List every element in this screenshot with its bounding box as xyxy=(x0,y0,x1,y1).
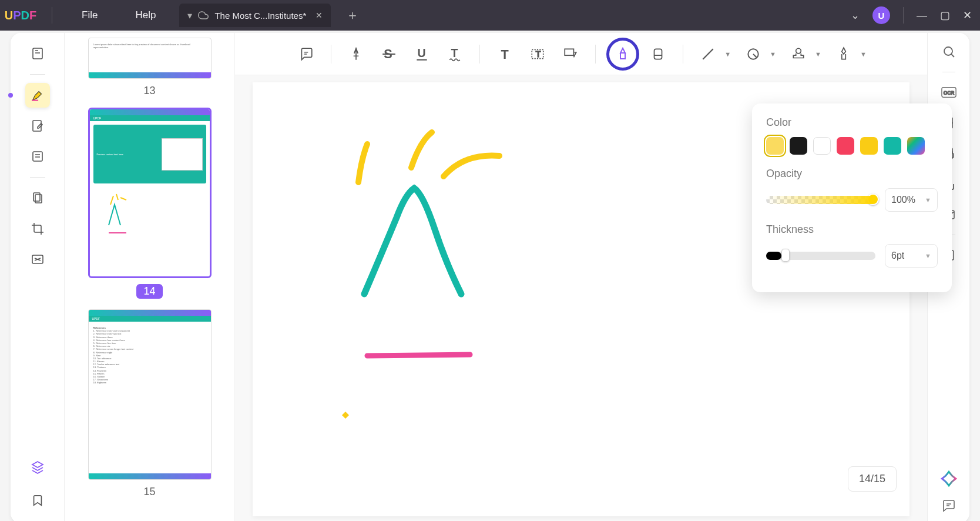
search-icon[interactable] xyxy=(938,41,959,62)
pencil-settings-popover: Color Opacity 100%▼ Thickness 6pt▼ xyxy=(752,103,952,292)
stamp-tool[interactable] xyxy=(784,40,813,68)
color-swatch-teal[interactable] xyxy=(884,137,901,155)
pencil-tool[interactable] xyxy=(606,38,639,71)
opacity-value-box[interactable]: 100%▼ xyxy=(885,188,938,212)
cloud-icon xyxy=(198,10,209,21)
svg-rect-4 xyxy=(33,193,40,201)
thumbnail-15[interactable]: UPDF References1. Reference entry one te… xyxy=(79,309,220,498)
reader-icon[interactable] xyxy=(25,41,50,66)
new-tab-button[interactable]: ＋ xyxy=(346,6,359,24)
tab-close-icon[interactable]: ✕ xyxy=(316,11,323,20)
highlighter-icon[interactable] xyxy=(25,83,50,108)
squiggly-tool[interactable]: T xyxy=(441,40,469,68)
chat-icon[interactable] xyxy=(938,495,959,516)
bookmark-icon[interactable] xyxy=(25,488,50,513)
svg-line-18 xyxy=(703,49,713,59)
user-avatar[interactable]: U xyxy=(872,6,890,24)
svg-text:T: T xyxy=(536,49,541,59)
page-counter[interactable]: 14/15 xyxy=(848,466,897,492)
menu-file[interactable]: File xyxy=(63,9,116,21)
organize-icon[interactable] xyxy=(25,186,50,211)
svg-point-22 xyxy=(944,47,952,55)
color-swatch-red[interactable] xyxy=(837,137,854,155)
titlebar: UPDF File Help ▾ The Most C...Institutes… xyxy=(0,0,980,31)
tab-title: The Most C...Institutes* xyxy=(214,11,306,21)
svg-point-20 xyxy=(796,48,801,54)
shape-tool[interactable] xyxy=(739,40,767,68)
redact-icon[interactable] xyxy=(25,247,50,272)
chevron-down-icon[interactable]: ⌄ xyxy=(851,9,860,22)
document-tab[interactable]: ▾ The Most C...Institutes* ✕ xyxy=(179,4,331,27)
thickness-value: 6pt xyxy=(891,251,904,261)
text-tool[interactable]: T xyxy=(491,40,519,68)
chevron-down-icon: ▼ xyxy=(925,196,931,203)
svg-rect-3 xyxy=(33,152,42,161)
signature-tool[interactable] xyxy=(830,40,858,68)
color-swatches xyxy=(766,137,938,155)
tab-menu-icon[interactable]: ▾ xyxy=(187,10,192,21)
color-swatch-black[interactable] xyxy=(790,137,807,155)
canvas-area: S U T T T ▼ ▼ ▼ ▼ xyxy=(235,33,927,521)
chevron-down-icon[interactable]: ▼ xyxy=(724,51,731,58)
app-logo: UPDF xyxy=(0,9,41,22)
chevron-down-icon[interactable]: ▼ xyxy=(770,51,776,58)
svg-line-21 xyxy=(367,355,470,356)
thumbnail-13[interactable]: Lorem ipsum dolor sit amet text here in … xyxy=(79,38,220,97)
svg-rect-16 xyxy=(565,49,573,55)
ai-assistant-icon[interactable] xyxy=(941,470,957,487)
line-tool[interactable] xyxy=(694,40,722,68)
ocr-icon[interactable]: OCR xyxy=(938,82,959,103)
main-area: Lorem ipsum dolor sit amet text here in … xyxy=(11,33,969,521)
thumbnail-number: 14 xyxy=(136,284,162,299)
opacity-slider[interactable] xyxy=(766,196,875,204)
thumbnail-number: 15 xyxy=(143,486,155,498)
refs-heading: References xyxy=(93,326,106,329)
window-maximize-icon[interactable]: ▢ xyxy=(940,9,950,22)
form-icon[interactable] xyxy=(25,144,50,169)
thumbnails-panel: Lorem ipsum dolor sit amet text here in … xyxy=(65,33,235,521)
thickness-row: 6pt▼ xyxy=(766,244,938,268)
left-rail xyxy=(11,33,65,521)
layers-icon[interactable] xyxy=(25,455,50,480)
thickness-slider[interactable] xyxy=(766,252,875,260)
svg-rect-5 xyxy=(35,195,42,203)
color-swatch-white[interactable] xyxy=(813,137,831,155)
svg-text:U: U xyxy=(418,46,426,59)
strikethrough-tool[interactable]: S xyxy=(375,40,403,68)
chevron-down-icon[interactable]: ▼ xyxy=(815,51,821,58)
opacity-row: 100%▼ xyxy=(766,188,938,212)
window-minimize-icon[interactable]: — xyxy=(917,9,927,22)
textbox-tool[interactable]: T xyxy=(523,40,552,68)
drawing-content xyxy=(329,112,623,441)
window-close-icon[interactable]: ✕ xyxy=(963,9,972,22)
color-label: Color xyxy=(766,116,938,129)
edit-icon[interactable] xyxy=(25,113,50,138)
opacity-value: 100% xyxy=(891,195,915,205)
color-swatch-custom[interactable] xyxy=(907,137,925,155)
color-swatch-yellow[interactable] xyxy=(766,137,784,155)
annotation-toolbar: S U T T T ▼ ▼ ▼ ▼ xyxy=(235,33,927,75)
svg-text:T: T xyxy=(501,46,509,61)
chevron-down-icon[interactable]: ▼ xyxy=(860,51,867,58)
chevron-down-icon: ▼ xyxy=(925,252,931,259)
thickness-value-box[interactable]: 6pt▼ xyxy=(885,244,938,268)
thumbnail-14[interactable]: UPDF Preview content text here 14 xyxy=(79,108,220,299)
eraser-tool[interactable] xyxy=(644,40,672,68)
callout-tool[interactable] xyxy=(556,40,585,68)
svg-rect-2 xyxy=(33,121,41,131)
crop-icon[interactable] xyxy=(25,216,50,241)
color-swatch-gold[interactable] xyxy=(860,137,878,155)
highlighter-tool[interactable] xyxy=(342,40,370,68)
thumbnail-number: 13 xyxy=(143,85,155,97)
underline-tool[interactable]: U xyxy=(408,40,436,68)
svg-rect-0 xyxy=(33,48,42,59)
comment-tool[interactable] xyxy=(292,40,320,68)
svg-rect-1 xyxy=(32,100,38,101)
thickness-label: Thickness xyxy=(766,223,938,236)
svg-text:T: T xyxy=(451,46,458,59)
opacity-label: Opacity xyxy=(766,168,938,180)
svg-rect-17 xyxy=(655,49,662,59)
svg-text:OCR: OCR xyxy=(943,90,954,96)
menu-help[interactable]: Help xyxy=(116,9,174,21)
